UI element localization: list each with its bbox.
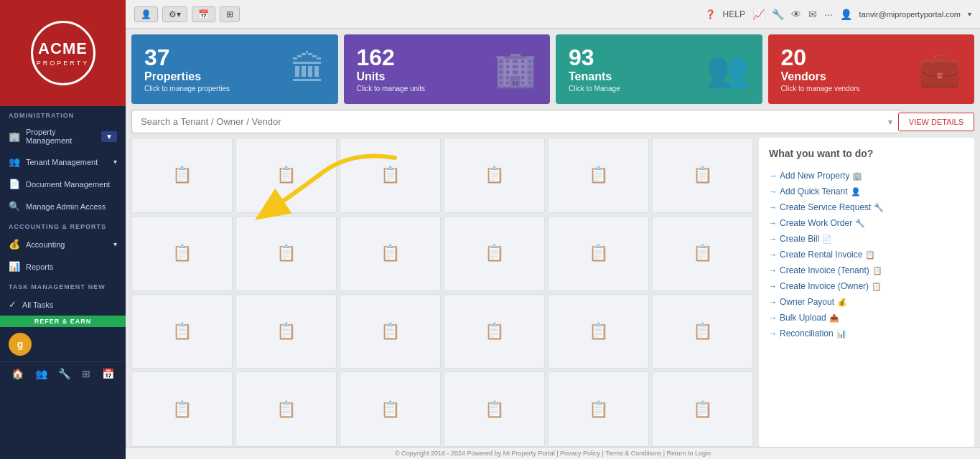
stat-card-tenants[interactable]: 93 Tenants Click to Manage 👥 xyxy=(556,34,762,104)
wrench-topbar-icon[interactable]: 🔧 xyxy=(772,9,784,20)
document-management-icon: 📄 xyxy=(9,179,20,189)
grid-icon[interactable]: ⊞ xyxy=(82,368,90,379)
link-label: Bulk Upload xyxy=(780,313,826,323)
prop-card[interactable]: 📋 xyxy=(548,216,649,291)
prop-card[interactable]: 📋 xyxy=(235,294,337,369)
property-card-icon: 📋 xyxy=(276,400,296,419)
help-icon: ❓ xyxy=(705,9,716,19)
sidebar-item-all-tasks[interactable]: ✓ All Tasks xyxy=(0,293,126,316)
people-topbar-btn[interactable]: 👤 xyxy=(134,6,158,22)
property-card-icon: 📋 xyxy=(172,400,192,419)
property-management-dropdown-btn[interactable]: ▼ xyxy=(101,131,117,142)
sidebar-item-property-management[interactable]: 🏢 Property Management ▼ xyxy=(0,122,126,151)
prop-card[interactable]: 📋 xyxy=(548,138,649,213)
link-reconciliation[interactable]: → Reconciliation 📊 xyxy=(769,326,964,341)
topbar-right: ❓ HELP 📈 🔧 👁 ✉ ··· 👤 tanvir@mipropertypo… xyxy=(705,9,971,20)
prop-card[interactable]: 📋 xyxy=(340,294,441,369)
link-add-quick-tenant[interactable]: → Add Quick Tenant 👤 xyxy=(769,184,964,199)
sidebar-bottom-user[interactable]: g xyxy=(0,327,126,361)
sidebar-item-reports[interactable]: 📊 Reports xyxy=(0,255,126,278)
property-card-icon: 📋 xyxy=(485,322,504,341)
link-create-invoice-tenant[interactable]: → Create Invoice (Tenant) 📋 xyxy=(769,262,964,278)
link-create-rental-invoice[interactable]: → Create Rental Invoice 📋 xyxy=(769,247,964,262)
prop-card[interactable]: 📋 xyxy=(235,216,337,291)
prop-card[interactable]: 📋 xyxy=(444,138,545,213)
settings-topbar-btn[interactable]: ⚙▾ xyxy=(162,6,187,22)
mail-icon[interactable]: ✉ xyxy=(808,9,817,20)
logo-subtitle: PROPERTY xyxy=(37,60,89,67)
earn-bar[interactable]: REFER & EARN xyxy=(0,316,126,327)
link-create-work-order[interactable]: → Create Work Order 🔧 xyxy=(769,215,964,231)
right-panel-title: What you want to do? xyxy=(769,148,964,159)
link-create-service-request[interactable]: → Create Service Request 🔧 xyxy=(769,199,964,215)
workorder-link-icon: 🔧 xyxy=(855,219,865,228)
sidebar-item-tenant-management[interactable]: 👥 Tenant Management ▾ xyxy=(0,151,126,173)
prop-card[interactable]: 📋 xyxy=(131,294,233,369)
users-icon[interactable]: 👥 xyxy=(35,368,47,379)
user-dropdown-icon[interactable]: ▾ xyxy=(968,10,971,18)
property-card-icon: 📋 xyxy=(276,166,296,184)
link-label: Create Invoice (Tenant) xyxy=(780,265,869,275)
view-details-button[interactable]: VIEW DETAILS xyxy=(898,113,974,131)
admin-section-label: ADMINISTRATION xyxy=(0,106,126,122)
link-create-invoice-owner[interactable]: → Create Invoice (Owner) 📋 xyxy=(769,278,964,294)
calendar-icon[interactable]: 📅 xyxy=(102,368,114,379)
arrow-icon: → xyxy=(769,282,777,290)
property-card-icon: 📋 xyxy=(589,400,608,419)
stat-card-units[interactable]: 162 Units Click to manage units 🏢 xyxy=(344,34,551,104)
bill-link-icon: 📄 xyxy=(822,235,832,244)
calendar-topbar-btn[interactable]: 📅 xyxy=(192,6,215,22)
prop-card[interactable]: 📋 xyxy=(548,294,649,369)
prop-card[interactable]: 📋 xyxy=(444,216,545,291)
link-label: Add New Property xyxy=(780,171,849,181)
stat-card-vendors[interactable]: 20 Vendors Click to manage vendors 💼 xyxy=(768,34,975,104)
link-add-new-property[interactable]: → Add New Property 🏢 xyxy=(769,168,964,184)
chevron-icon: ▾ xyxy=(113,240,117,248)
prop-card[interactable]: 📋 xyxy=(340,138,441,213)
prop-card[interactable]: 📋 xyxy=(235,372,337,447)
prop-card[interactable]: 📋 xyxy=(652,138,753,213)
stat-card-text-units: 162 Units Click to manage units xyxy=(357,46,426,93)
link-bulk-upload[interactable]: → Bulk Upload 📤 xyxy=(769,310,964,326)
prop-card[interactable]: 📋 xyxy=(444,294,545,369)
property-card-icon: 📋 xyxy=(589,322,608,341)
link-owner-payout[interactable]: → Owner Payout 💰 xyxy=(769,294,964,310)
sidebar-item-document-management[interactable]: 📄 Document Management xyxy=(0,173,126,195)
prop-card[interactable]: 📋 xyxy=(131,138,233,213)
home-icon[interactable]: 🏠 xyxy=(11,368,24,379)
prop-card[interactable]: 📋 xyxy=(652,216,753,291)
link-label: Owner Payout xyxy=(780,297,834,307)
accounting-icon: 💰 xyxy=(9,239,20,250)
search-dropdown-icon[interactable]: ▾ xyxy=(888,117,892,127)
eye-topbar-icon[interactable]: 👁 xyxy=(791,9,801,20)
prop-card[interactable]: 📋 xyxy=(235,138,337,213)
topbar: 👤 ⚙▾ 📅 ⊞ ❓ HELP 📈 🔧 👁 ✉ ··· 👤 tanvir@mip… xyxy=(126,0,980,29)
logo-area: ACME PROPERTY xyxy=(0,0,126,106)
arrow-icon: → xyxy=(769,203,777,212)
properties-title: Properties xyxy=(144,70,230,83)
prop-card[interactable]: 📋 xyxy=(652,372,753,447)
prop-card[interactable]: 📋 xyxy=(548,372,649,447)
sidebar-item-accounting[interactable]: 💰 Accounting ▾ xyxy=(0,233,126,255)
link-create-bill[interactable]: → Create Bill 📄 xyxy=(769,231,964,247)
grid-topbar-btn[interactable]: ⊞ xyxy=(220,6,240,22)
stat-card-properties[interactable]: 37 Properties Click to manage properties… xyxy=(131,34,338,104)
bottom-icons-bar: 🏠 👥 🔧 ⊞ 📅 xyxy=(0,361,126,385)
chart-icon[interactable]: 📈 xyxy=(752,9,765,20)
wrench-icon[interactable]: 🔧 xyxy=(58,368,70,379)
prop-card[interactable]: 📋 xyxy=(340,216,441,291)
new-badge: NEW xyxy=(88,283,106,290)
prop-card[interactable]: 📋 xyxy=(340,372,441,447)
content-area: 📋 📋 📋 📋 📋 📋 📋 📋 📋 📋 📋 📋 📋 📋 📋 📋 📋 📋 📋 📋 xyxy=(131,138,974,447)
prop-card[interactable]: 📋 xyxy=(444,372,545,447)
tenants-sub: Click to Manage xyxy=(569,85,620,93)
prop-card[interactable]: 📋 xyxy=(652,294,753,369)
sidebar-item-manage-admin-access[interactable]: 🔍 Manage Admin Access xyxy=(0,195,126,217)
more-icon[interactable]: ··· xyxy=(824,9,833,20)
search-input[interactable] xyxy=(131,110,902,133)
footer-text: © Copyright 2016 - 2024 Powered by Mi Pr… xyxy=(395,450,711,457)
prop-card[interactable]: 📋 xyxy=(131,372,233,447)
prop-card[interactable]: 📋 xyxy=(131,216,233,291)
tenants-icon: 👥 xyxy=(706,49,750,90)
property-card-icon: 📋 xyxy=(485,166,504,184)
